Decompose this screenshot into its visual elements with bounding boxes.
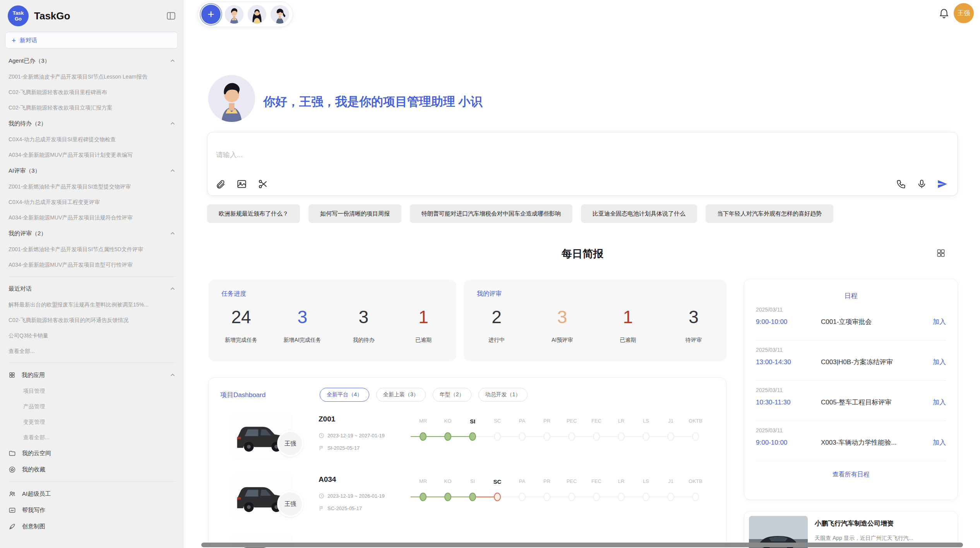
suggestion-chip[interactable]: 比亚迪全固态电池计划具体说了什么 [581,204,697,223]
apps-grid-icon [9,372,15,378]
list-item[interactable]: Z001-全新燃油轻卡产品开发项目SI节点属性5D文件评审 [9,241,176,257]
list-item[interactable]: Z001-全新燃油皮卡产品开发项目SI节点Lesson Learn报告 [9,69,176,84]
suggestion-chip[interactable]: 如何写一份清晰的项目周报 [308,204,401,223]
sidebar-item-ai-employee[interactable]: AI超级员工 [9,486,176,502]
milestone-label: PEC [559,478,584,485]
list-item[interactable]: A034-全新新能源MUV产品开发项目计划变更表编写 [9,147,176,163]
dashboard-title: 项目Dashboard [220,390,266,399]
phone-icon[interactable] [896,179,906,189]
chevron-up-icon[interactable] [169,285,176,292]
suggestion-chip[interactable]: 欧洲新规最近颁布了什么？ [207,204,300,223]
logo-line2: Go [15,16,22,22]
tab-powertrain[interactable]: 动总开发（1） [478,388,528,402]
sidebar-item-product-mgmt[interactable]: 产品管理 [9,399,176,414]
project-code[interactable]: A034 [319,475,336,484]
agent-avatar-1[interactable] [225,5,243,24]
chevron-up-icon[interactable] [169,230,176,237]
section-agent-done[interactable]: Agent已办（3） [9,53,176,69]
list-item[interactable]: 解释最新出台的欧盟报废车法规再生塑料比例被调至15%... [9,297,176,312]
sidebar: Task Go TaskGo + 新对话 Agent已办（3） Z001-全新燃… [0,0,183,548]
milestone-label: PA [510,418,535,425]
list-item[interactable]: C0X4-动力总成开发项目工程变更评审 [9,194,176,210]
add-agent-button[interactable]: + [201,5,221,24]
sidebar-item-creative-draw[interactable]: 创意制图 [9,518,176,534]
sidebar-item-change-mgmt[interactable]: 变更管理 [9,414,176,430]
menu-label: 帮我写作 [22,507,45,514]
scissors-icon[interactable] [258,179,268,189]
metric-label: 新增完成任务 [224,337,259,344]
metric: 3 AI预评审 [545,307,580,344]
view-all-link[interactable]: 查看全部... [9,343,176,359]
schedule-time: 10:30-11:30 [756,399,821,406]
milestone-label: PR [535,418,559,425]
sidebar-item-favorites[interactable]: 我的收藏 [9,461,176,478]
list-item[interactable]: A034-全新新能源MUV产品开发项目造型可行性评审 [9,257,176,272]
section-recent-chats[interactable]: 最近对话 [9,281,176,297]
tab-year-model[interactable]: 年型（2） [433,388,471,402]
notification-bell-icon[interactable] [938,7,950,19]
metric-label: 进行中 [479,337,514,344]
view-all-link[interactable]: 查看全部... [9,430,176,445]
list-item[interactable]: C02-飞腾新能源轻客改款项目的闭环通告反馈情况 [9,312,176,328]
list-item[interactable]: 公司Q3轻卡销量 [9,328,176,343]
project-code[interactable]: Z001 [319,415,335,423]
schedule-time: 9:00-10:00 [756,439,821,447]
suggestion-chip[interactable]: 特朗普可能对进口汽车增税会对中国车企造成哪些影响 [410,204,572,223]
horizontal-scrollbar[interactable] [201,543,963,547]
microphone-icon[interactable] [917,179,927,189]
view-all-schedule-link[interactable]: 查看所有日程 [756,471,946,479]
layout-grid-icon[interactable] [936,248,946,258]
sidebar-item-help-write[interactable]: 帮我写作 [9,502,176,518]
section-my-review[interactable]: 我的评审（2） [9,225,176,241]
user-avatar[interactable]: 王强 [954,3,974,23]
section-ai-review[interactable]: AI评审（3） [9,163,176,179]
image-icon[interactable] [236,179,247,189]
schedule-title: 日程 [756,279,946,300]
sidebar-item-project-mgmt[interactable]: 项目管理 [9,383,176,399]
metric-label: 我的待办 [346,337,381,344]
list-item[interactable]: Z001-全新燃油轻卡产品开发项目SI造型提交物评审 [9,179,176,194]
chevron-up-icon[interactable] [169,57,176,64]
join-link[interactable]: 加入 [933,398,946,407]
list-item[interactable]: C02-飞腾新能源轻客改款项目立项汇报方案 [9,100,176,115]
milestone-label: FEC [584,418,609,425]
join-link[interactable]: 加入 [933,317,946,326]
section-my-todo[interactable]: 我的待办（2） [9,115,176,132]
list-item[interactable]: C0X4-动力总成开发项目SI里程碑提交物检查 [9,132,176,147]
dashboard-tabs: 全新平台（4） 全新上装（3） 年型（2） 动总开发（1） [320,388,528,402]
join-link[interactable]: 加入 [933,438,946,447]
tab-new-platform[interactable]: 全新平台（4） [320,388,369,402]
card-title: 我的评审 [477,290,713,298]
sidebar-item-cloud-space[interactable]: 我的云空间 [9,445,176,461]
owner-avatar: 王强 [277,430,303,457]
milestone-label: SC [485,478,510,485]
milestone-label: OKTB [683,478,708,485]
list-item[interactable]: C02-飞腾新能源轻客改款项目里程碑画布 [9,84,176,100]
metric: 3 新增AI完成任务 [284,307,321,344]
agent-avatar-3[interactable] [271,5,289,24]
send-icon[interactable] [937,179,947,189]
schedule-item: 2025/03/11 13:00-14:30 C003|H0B-方案冻结评审 加… [756,341,946,381]
agent-avatar-2[interactable] [248,5,266,24]
project-dates: 2023-12-19 ~ 2027-01-19 [319,433,385,438]
chevron-up-icon[interactable] [169,167,176,174]
milestone-label: KO [435,418,460,425]
chevron-up-icon[interactable] [169,120,176,127]
schedule-item: 2025/03/11 10:30-11:30 C005-整车工程目标评审 加入 [756,381,946,421]
attachment-icon[interactable] [215,179,226,189]
schedule-event-title: C005-整车工程目标评审 [821,398,933,407]
plus-icon: + [12,37,16,44]
list-item[interactable]: A034-全新新能源MUV产品开发项目法规符合性评审 [9,210,176,225]
sidebar-collapse-icon[interactable] [166,11,176,21]
section-my-apps[interactable]: 我的应用 [9,367,176,383]
tab-new-body[interactable]: 全新上装（3） [376,388,426,402]
suggestion-chip[interactable]: 当下年轻人对汽车外观有怎样的喜好趋势 [706,204,833,223]
task-progress-card: 任务进度 24 新增完成任务 3 新增AI完成任务 3 我的待办 1 已逾期 [208,280,456,361]
message-input[interactable] [216,151,680,159]
join-link[interactable]: 加入 [933,358,946,366]
app-window: Task Go TaskGo + 新对话 Agent已办（3） Z001-全新燃… [0,0,980,548]
clock-icon [319,493,324,499]
new-chat-button[interactable]: + 新对话 [5,32,178,49]
chevron-up-icon[interactable] [169,372,176,378]
milestone-dots [411,489,708,506]
